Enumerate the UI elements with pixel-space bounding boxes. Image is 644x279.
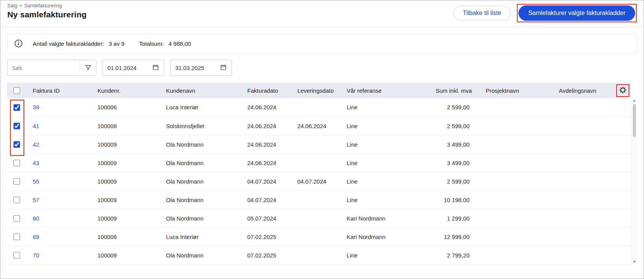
col-header-kundenr[interactable]: Kundenr. [91, 83, 160, 98]
col-header-prosjektnavn[interactable]: Prosjektnavn [480, 83, 553, 98]
row-checkbox[interactable] [13, 123, 20, 129]
column-settings-button[interactable] [619, 86, 627, 95]
header-actions: Tilbake til liste Samlefakturer valgte f… [453, 4, 637, 22]
cell-our-reference: Line [340, 246, 429, 264]
date-from-field[interactable]: 01.01.2024 [102, 60, 164, 76]
date-to-value: 31.03.2025 [175, 65, 204, 71]
table-row: 57 100009 Ola Nordmann 04.07.2024 Line 1… [7, 190, 631, 209]
table-scrollbar[interactable] [631, 98, 637, 264]
invoice-table-wrap: Faktura ID Kundenr. Kundenavn Fakturadat… [7, 83, 631, 265]
cell-department-name [553, 154, 614, 172]
row-checkbox[interactable] [13, 160, 20, 166]
col-header-sum-inkl-mva[interactable]: Sum inkl. mva [429, 83, 480, 98]
cell-invoice-date: 24.06.2024 [241, 117, 291, 135]
cell-project-name [480, 190, 553, 209]
cell-gear-spacer [614, 209, 631, 227]
table-body: 39 100006 Luca Interiør 24.06.2024 Line … [7, 98, 631, 264]
header-divider [0, 27, 644, 27]
filter-bar: 01.01.2024 31.03.2025 [7, 60, 637, 76]
cell-department-name [553, 190, 614, 209]
cell-project-name [480, 135, 553, 154]
cell-gear-spacer [614, 172, 631, 190]
info-icon [14, 39, 23, 48]
table-row: 69 100006 Luca Interiør 07.02.2025 Kari … [7, 227, 631, 246]
cell-customer-no: 100009 [91, 172, 160, 190]
invoice-id-link[interactable]: 42 [33, 141, 39, 148]
selected-count-label: Antall valgte fakturakladder: [33, 40, 104, 47]
col-header-faktura-id[interactable]: Faktura ID [27, 83, 91, 98]
total-sum-label: Totalsum: [139, 40, 164, 47]
cell-our-reference: Line [340, 172, 429, 190]
row-checkbox[interactable] [13, 215, 20, 222]
cell-customer-name: Ola Nordmann [160, 135, 241, 154]
invoice-id-link[interactable]: 60 [33, 215, 39, 222]
cell-our-reference: Line [340, 154, 429, 172]
annotation-gear-icon [616, 84, 629, 97]
cell-delivery-date [291, 98, 340, 117]
cell-project-name [480, 117, 553, 135]
cell-gear-spacer [614, 227, 631, 246]
cell-customer-name: Solskinnsfjellet [160, 117, 241, 135]
row-checkbox[interactable] [13, 178, 20, 185]
table-row: 41 100008 Solskinnsfjellet 24.06.2024 24… [7, 117, 631, 135]
select-all-checkbox[interactable] [13, 87, 20, 94]
cell-invoice-date: 05.07.2024 [241, 209, 291, 227]
filter-icon [85, 64, 92, 72]
cell-gear-spacer [614, 154, 631, 172]
filter-button[interactable] [80, 60, 96, 75]
invoice-id-link[interactable]: 55 [33, 178, 39, 185]
info-bar: Antall valgte fakturakladder: 3 av 9 Tot… [7, 33, 637, 53]
cell-delivery-date: 04.07.2024 [291, 172, 340, 190]
invoice-id-link[interactable]: 43 [33, 160, 39, 166]
invoice-id-link[interactable]: 69 [33, 234, 39, 240]
invoice-id-link[interactable]: 39 [33, 104, 39, 110]
scroll-down-arrow-icon[interactable] [633, 261, 636, 263]
cell-project-name [480, 227, 553, 246]
search-input[interactable] [7, 60, 80, 75]
total-sum-group: Totalsum: 4 988,00 [139, 40, 191, 47]
cell-delivery-date: 24.06.2024 [291, 117, 340, 135]
cell-department-name [553, 227, 614, 246]
col-header-fakturadato[interactable]: Fakturadato [241, 83, 291, 98]
cell-invoice-date: 24.06.2024 [241, 154, 291, 172]
invoice-id-link[interactable]: 57 [33, 197, 39, 203]
cell-delivery-date [291, 246, 340, 264]
cell-gear-spacer [614, 190, 631, 209]
row-checkbox[interactable] [13, 104, 20, 111]
invoice-id-link[interactable]: 41 [33, 123, 39, 129]
col-header-leveringsdato[interactable]: Leveringsdato [291, 83, 340, 98]
row-checkbox[interactable] [13, 234, 20, 240]
col-header-kundenavn[interactable]: Kundenavn [160, 83, 241, 98]
row-checkbox[interactable] [13, 252, 20, 259]
scroll-up-arrow-icon[interactable] [633, 100, 636, 102]
selected-count-group: Antall valgte fakturakladder: 3 av 9 [33, 40, 124, 47]
table-row: 60 100009 Ola Nordmann 05.07.2024 Kari N… [7, 209, 631, 227]
breadcrumb-salg[interactable]: Salg [7, 3, 17, 8]
cell-our-reference: Line [340, 190, 429, 209]
col-header-avdelingsnavn[interactable]: Avdelingsnavn [553, 83, 614, 98]
cell-delivery-date [291, 227, 340, 246]
date-to-field[interactable]: 31.03.2025 [170, 60, 232, 76]
col-header-var-referanse[interactable]: Vår referanse [340, 83, 429, 98]
row-checkbox[interactable] [13, 197, 20, 203]
batch-invoice-button[interactable]: Samlefakturer valgte fakturakladder [518, 5, 635, 21]
row-checkbox[interactable] [13, 141, 20, 148]
invoice-table: Faktura ID Kundenr. Kundenavn Fakturadat… [7, 83, 631, 265]
cell-delivery-date [291, 209, 340, 227]
cell-customer-no: 100009 [91, 135, 160, 154]
cell-project-name [480, 154, 553, 172]
breadcrumb-current: Samlefakturering [24, 3, 62, 8]
cell-department-name [553, 98, 614, 117]
scrollbar-thumb[interactable] [633, 104, 636, 137]
cell-department-name [553, 209, 614, 227]
cell-customer-no: 100009 [91, 209, 160, 227]
cell-gear-spacer [614, 135, 631, 154]
cell-our-reference: Line [340, 98, 429, 117]
table-row: 39 100006 Luca Interiør 24.06.2024 Line … [7, 98, 631, 117]
cell-delivery-date [291, 135, 340, 154]
invoice-id-link[interactable]: 70 [33, 252, 39, 259]
cell-customer-name: Luca Interiør [160, 98, 241, 117]
back-to-list-button[interactable]: Tilbake til liste [453, 6, 511, 20]
cell-sum-incl-vat: 2 599,00 [429, 98, 480, 117]
gear-icon [619, 86, 627, 95]
